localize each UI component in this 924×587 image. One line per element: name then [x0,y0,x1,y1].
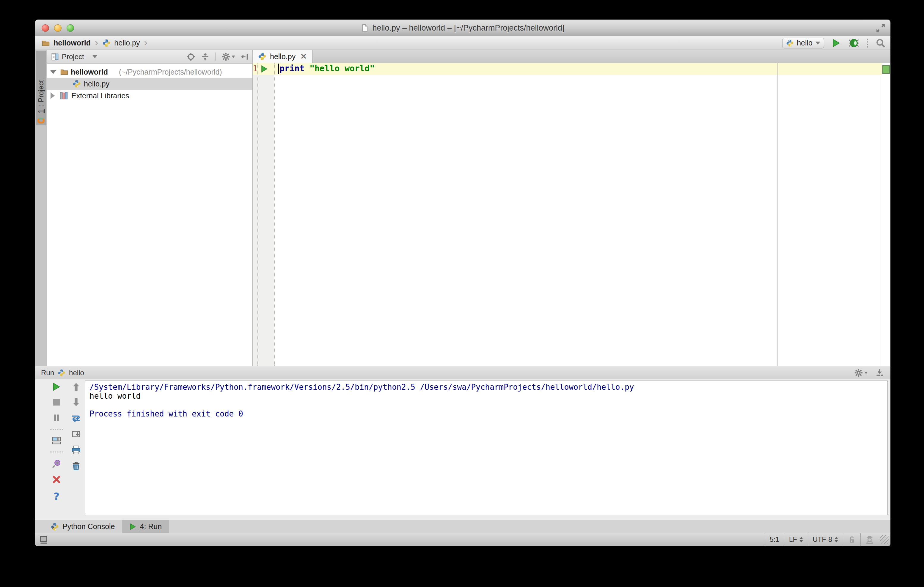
status-bar: 5:1 LF UTF-8 [35,533,890,546]
run-toolbar-primary: ? [48,382,65,502]
text-caret [278,64,279,74]
project-panel-title[interactable]: Project [62,53,84,61]
search-icon[interactable] [876,38,886,48]
current-line-highlight: 1 print "hello world" [253,63,882,75]
line-number[interactable]: 1 [253,64,257,73]
code-line-1: print "hello world" [279,64,375,73]
separator [215,53,216,61]
python-console-tab[interactable]: Python Console [43,520,122,533]
pin-tab-button[interactable] [52,459,61,469]
inspection-status-indicator[interactable] [883,65,890,74]
project-panel: Project [47,50,253,366]
resize-grip[interactable] [880,535,889,544]
gear-icon [854,368,863,377]
breadcrumb-project[interactable]: helloworld [53,39,91,47]
print-icon[interactable] [71,445,81,455]
encoding-widget[interactable]: UTF-8 [808,533,843,546]
stop-button[interactable] [52,398,61,407]
pycharm-project-icon [37,116,45,125]
python-console-tab-label: Python Console [63,522,115,531]
console-line: Process finished with exit code 0 [89,409,883,418]
gutter-separator [257,63,258,366]
tree-row-hello-py[interactable]: hello.py [47,78,252,90]
chevron-right-icon: › [144,42,148,44]
separator [867,39,868,48]
breadcrumb-file[interactable]: hello.py [114,39,140,47]
tree-file-name: hello.py [84,78,109,90]
run-panel-title: Run [41,369,54,377]
project-settings-button[interactable] [221,52,235,61]
run-tab-label: 4: Run [140,522,162,531]
run-configuration-select[interactable]: hello [782,38,824,48]
pause-output-button[interactable] [52,413,61,422]
close-tab-icon[interactable]: ✕ [299,52,307,61]
run-panel-config: hello [69,369,84,377]
chevron-down-icon [232,56,235,58]
right-margin-guide [777,63,778,366]
python-file-icon [73,79,81,88]
gear-icon [221,52,230,61]
tree-row-external-libraries[interactable]: External Libraries [47,90,252,102]
editor-gutter [253,75,274,366]
project-button-mnemonic: 1 [37,109,45,113]
hector-inspections-widget[interactable] [860,533,878,546]
help-icon[interactable]: ? [53,490,59,502]
editor-area: hello.py ✕ 1 print "hello world" [253,50,890,366]
rerun-button[interactable] [52,382,61,391]
restore-layout-button[interactable] [52,436,61,445]
locate-target-icon[interactable] [187,53,195,61]
libraries-icon [59,91,68,100]
folder-icon [60,68,68,76]
console-line: /System/Library/Frameworks/Python.framew… [89,383,883,391]
run-console-output[interactable]: /System/Library/Frameworks/Python.framew… [85,381,888,515]
gutter-separator [274,63,275,366]
read-only-toggle[interactable] [843,533,860,546]
project-tree: helloworld (~/PycharmProjects/helloworld… [47,64,252,102]
clear-all-icon[interactable] [72,461,81,471]
caret-position-widget[interactable]: 5:1 [765,533,784,546]
titlebar[interactable]: hello.py – helloworld – [~/PycharmProjec… [35,20,890,36]
editor-content[interactable]: 1 print "hello world" [253,63,890,366]
scroll-to-end-icon[interactable] [71,430,81,439]
run-configuration-label: hello [797,39,812,47]
run-button[interactable] [832,38,841,48]
sort-arrows-icon [835,537,838,543]
tree-row-project-root[interactable]: helloworld (~/PycharmProjects/helloworld… [47,66,252,78]
expand-arrow-icon[interactable] [51,92,55,99]
editor-tab-hello-py[interactable]: hello.py ✕ [253,50,312,63]
debug-button[interactable] [848,38,859,48]
close-tab-button[interactable] [52,475,61,484]
gutter-run-icon[interactable] [261,65,268,73]
run-tab[interactable]: 4: Run [122,520,169,533]
editor-tab-bar: hello.py ✕ [253,50,890,63]
soft-wrap-icon[interactable] [71,413,81,423]
window-title: hello.py – helloworld – [~/PycharmProjec… [372,23,564,33]
python-icon [786,39,794,47]
console-line [89,400,883,409]
python-file-icon [102,39,111,47]
hide-tool-window-icon[interactable] [876,368,884,377]
chevron-down-icon [864,372,868,374]
console-line: hello world [89,391,883,400]
hide-panel-icon[interactable] [241,53,249,61]
run-tool-window: Run hello [35,366,890,520]
project-tool-window-button[interactable]: 1: Project [36,51,46,125]
line-separator-widget[interactable]: LF [784,533,808,546]
run-icon [129,523,137,530]
collapse-arrow-icon[interactable] [50,70,56,74]
unlock-icon [848,536,856,544]
run-toolbar-secondary [68,382,84,471]
breadcrumb: helloworld › hello.py › [35,39,148,47]
pycharm-window: hello.py – helloworld – [~/PycharmProjec… [35,20,890,546]
run-settings-button[interactable] [854,368,868,377]
separator [50,452,63,452]
fullscreen-icon[interactable] [876,23,886,33]
sort-arrows-icon [799,537,803,543]
collapse-all-icon[interactable] [201,53,209,61]
toggle-tool-window-bars-icon[interactable] [39,536,48,544]
down-stack-trace-icon[interactable] [72,398,81,407]
chevron-right-icon: › [94,42,99,44]
chevron-down-icon[interactable] [92,55,97,58]
project-panel-header: Project [47,50,252,64]
up-stack-trace-icon[interactable] [72,382,81,391]
